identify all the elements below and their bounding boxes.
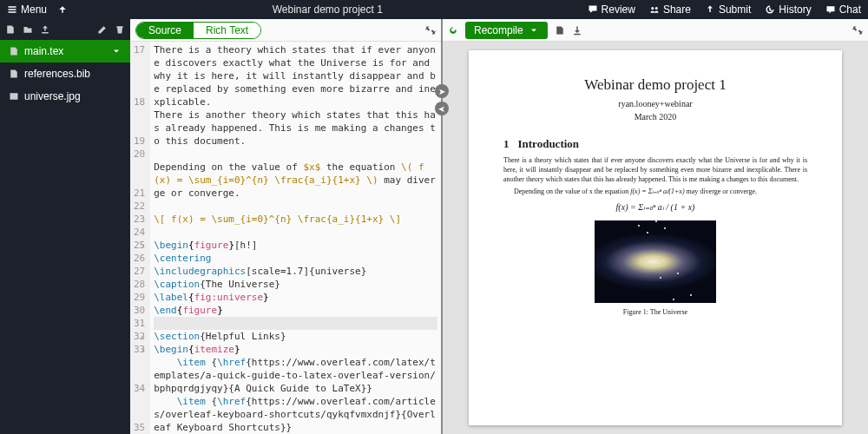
recompile-button[interactable]: Recompile — [465, 22, 548, 39]
review-icon — [588, 4, 598, 15]
code-line[interactable]: \includegraphics[scale=1.7]{universe} — [154, 265, 437, 278]
code-line[interactable]: \end{figure} — [154, 304, 437, 317]
new-folder-icon[interactable] — [23, 24, 33, 35]
share-button[interactable]: Share — [649, 3, 691, 16]
file-sidebar: main.texreferences.bibuniverse.jpg — [0, 19, 130, 434]
logs-icon[interactable] — [555, 25, 565, 36]
project-title: Webinar demo project 1 — [78, 3, 577, 16]
rename-icon[interactable] — [97, 24, 108, 35]
code-line[interactable]: Depending on the value of $x$ the equati… — [154, 161, 437, 200]
file-item-universe-jpg[interactable]: universe.jpg — [0, 85, 130, 108]
file-item-references-bib[interactable]: references.bib — [0, 62, 130, 85]
chevron-down-icon — [111, 46, 122, 56]
editor-mode-tabs: Source Rich Text — [135, 22, 261, 39]
file-list: main.texreferences.bibuniverse.jpg — [0, 40, 130, 434]
code-line[interactable] — [154, 226, 437, 239]
code-line[interactable] — [154, 200, 437, 213]
code-line[interactable] — [154, 317, 437, 330]
review-button[interactable]: Review — [588, 3, 635, 16]
menu-button[interactable]: Menu — [7, 3, 47, 16]
new-file-icon[interactable] — [5, 24, 16, 35]
chat-button[interactable]: Chat — [825, 3, 861, 16]
figure-caption: Figure 1: The Universe — [503, 308, 807, 316]
submit-icon — [705, 4, 715, 15]
pdf-para-2: Depending on the value of x the equation… — [503, 187, 807, 197]
pdf-display-eq: f(x) = Σᵢ₌₀ⁿ aᵢ / (1 + x) — [503, 202, 807, 212]
pdf-figure: Figure 1: The Universe — [503, 220, 807, 316]
code-line[interactable]: There is a theory which states that if e… — [154, 43, 437, 108]
file-item-main-tex[interactable]: main.tex — [0, 40, 130, 62]
code-body[interactable]: There is a theory which states that if e… — [150, 42, 441, 434]
expand-pdf-icon[interactable] — [852, 25, 863, 36]
top-right-tools: Review Share Submit History Chat — [588, 3, 861, 16]
line-gutter: 1718192021222324 ▾25262728293031 ▾32 ▾33… — [130, 42, 150, 434]
universe-image — [595, 220, 716, 303]
code-line[interactable]: \item {\href{https://www.overleaf.com/ar… — [154, 395, 437, 434]
code-line[interactable]: \centering — [154, 252, 437, 265]
code-editor[interactable]: 1718192021222324 ▾25262728293031 ▾32 ▾33… — [130, 42, 441, 434]
file-icon — [9, 69, 19, 79]
pdf-page: Webinar demo project 1 ryan.looney+webin… — [469, 50, 842, 425]
menu-label: Menu — [21, 3, 47, 16]
code-line[interactable]: There is another theory which states tha… — [154, 108, 437, 148]
svg-point-1 — [655, 7, 658, 10]
up-icon[interactable] — [57, 4, 68, 15]
code-line[interactable]: \begin{itemize} — [154, 343, 437, 356]
pane-divider[interactable]: ➤ ➤ — [441, 19, 443, 434]
code-line[interactable]: \begin{figure}[h!] — [154, 239, 437, 252]
submit-button[interactable]: Submit — [705, 3, 751, 16]
divider-handle[interactable]: ➤ ➤ — [435, 84, 449, 115]
delete-icon[interactable] — [115, 24, 125, 35]
file-icon — [9, 46, 19, 56]
tab-source[interactable]: Source — [136, 23, 194, 38]
pdf-para-1: There is a theory which states that if e… — [503, 156, 807, 184]
editor-toolbar: Source Rich Text — [130, 19, 441, 42]
code-line[interactable]: \[ f(x) = \sum_{i=0}^{n} \frac{a_i}{1+x}… — [154, 213, 437, 226]
expand-editor-icon[interactable] — [425, 25, 436, 36]
pdf-section-heading: 1Introduction — [503, 137, 807, 151]
share-icon — [649, 4, 660, 15]
code-line[interactable]: \label{fig:universe} — [154, 291, 437, 304]
pdf-toolbar: Recompile — [443, 19, 868, 42]
code-line[interactable]: \item {\href{https://www.overleaf.com/la… — [154, 356, 437, 395]
history-button[interactable]: History — [765, 3, 811, 16]
sync-left-icon[interactable]: ➤ — [435, 102, 449, 115]
upload-icon[interactable] — [40, 24, 50, 35]
sidebar-toolbar — [0, 19, 130, 40]
main: main.texreferences.bibuniverse.jpg Sourc… — [0, 19, 868, 434]
topbar: Menu Webinar demo project 1 Review Share… — [0, 0, 868, 19]
code-line[interactable]: \section{Helpful Links} — [154, 330, 437, 343]
svg-point-0 — [651, 7, 654, 10]
editor-pane: Source Rich Text 1718192021222324 ▾25262… — [130, 19, 441, 434]
chat-icon — [825, 4, 836, 15]
chevron-down-icon — [529, 25, 539, 36]
sync-right-icon[interactable]: ➤ — [435, 84, 449, 98]
code-line[interactable]: \caption{The Universe} — [154, 278, 437, 291]
refresh-icon[interactable] — [448, 25, 458, 36]
code-line[interactable] — [154, 148, 437, 161]
hamburger-icon — [7, 4, 17, 15]
download-icon[interactable] — [572, 25, 582, 36]
pdf-pane: Recompile Webinar demo project 1 ryan.lo… — [443, 19, 868, 434]
pdf-title: Webinar demo project 1 — [503, 76, 807, 94]
tab-richtext[interactable]: Rich Text — [194, 23, 260, 38]
pdf-author: ryan.looney+webinar — [503, 99, 807, 108]
history-icon — [765, 4, 775, 15]
image-icon — [9, 91, 19, 102]
pdf-date: March 2020 — [503, 112, 807, 122]
pdf-view[interactable]: Webinar demo project 1 ryan.looney+webin… — [443, 42, 868, 434]
